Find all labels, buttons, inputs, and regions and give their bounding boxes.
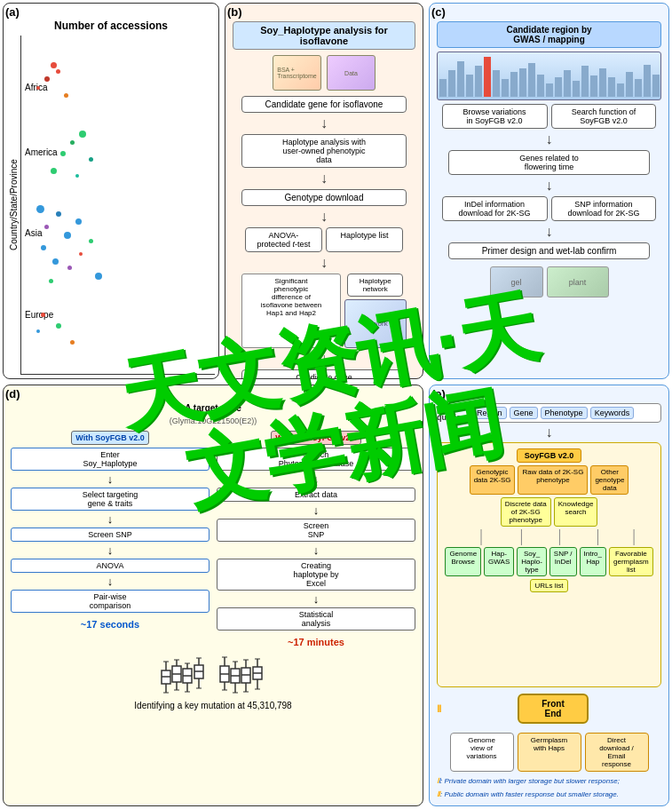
node-other-genotype: Othergenotypedata bbox=[590, 465, 629, 495]
svg-rect-15 bbox=[573, 81, 580, 97]
svg-rect-19 bbox=[608, 77, 615, 97]
arrow4: ↓ bbox=[320, 256, 328, 270]
d-arrow5: ↓ bbox=[313, 473, 320, 485]
node-favorable: Favorablegermplasmlist bbox=[609, 547, 653, 576]
panel-c-label: (c) bbox=[431, 5, 446, 19]
user-queries-label: Userqueries bbox=[437, 404, 465, 422]
d-arrow7: ↓ bbox=[313, 544, 320, 556]
svg-rect-8 bbox=[510, 72, 518, 97]
region-america: America bbox=[25, 147, 58, 157]
node-snp-indel: SNP /InDel bbox=[549, 547, 577, 576]
soyfgb-label: SoyFGB v2.0 bbox=[517, 448, 582, 463]
chart-area: Country/State/Province Africa America As… bbox=[7, 36, 215, 375]
candidate-transmission-box: Candidate genetransmission/media bbox=[241, 369, 406, 379]
dot bbox=[44, 225, 49, 229]
y-axis-label: Country/State/Province bbox=[7, 36, 20, 375]
query-gene: Gene bbox=[510, 407, 538, 419]
svg-rect-21 bbox=[626, 72, 633, 97]
svg-rect-13 bbox=[555, 77, 562, 97]
d-enter-box: EnterSoy_Haplotype bbox=[11, 448, 210, 471]
panel-d-subtitle: (Glyma.10G221500(E2)) bbox=[11, 416, 415, 425]
node-soy-haplotype: Soy_Haplo-type bbox=[517, 547, 547, 576]
dot bbox=[64, 232, 71, 239]
node-intro-hap: Intro_Hap bbox=[580, 547, 606, 576]
svg-rect-5 bbox=[484, 57, 491, 97]
without-soyfgb-label: Without SoyFGB v2.0 bbox=[271, 431, 360, 445]
dot bbox=[70, 140, 75, 145]
roman-II-label: Ⅱ bbox=[437, 703, 441, 715]
arrow-c3: ↓ bbox=[546, 225, 553, 239]
haplotype-list-box: Haplotype list bbox=[326, 227, 403, 252]
svg-rect-3 bbox=[466, 75, 473, 97]
svg-rect-18 bbox=[599, 68, 606, 97]
panel-d: (d) A target gene (Glyma.10G221500(E2)) … bbox=[3, 385, 423, 806]
panel-d-title: A target gene bbox=[11, 403, 415, 413]
d-screen-snp-box: Screen SNP bbox=[11, 527, 210, 542]
dot bbox=[36, 329, 40, 333]
d-pairwise-box: Pair-wisecomparison bbox=[11, 590, 210, 613]
svg-rect-24 bbox=[652, 75, 660, 97]
panel-e: (e) Userqueries Region Gene Phenotype Ke… bbox=[429, 385, 669, 806]
with-soyfgb-label: With SoyFGB v2.0 bbox=[71, 431, 148, 445]
dot bbox=[44, 76, 50, 82]
svg-rect-2 bbox=[457, 61, 464, 97]
svg-rect-4 bbox=[475, 66, 482, 97]
e-arrow1: ↓ bbox=[437, 425, 661, 440]
dot bbox=[41, 245, 46, 250]
arrow-c1: ↓ bbox=[546, 132, 553, 147]
dot bbox=[56, 211, 61, 217]
box-plot-row bbox=[11, 653, 415, 697]
haplotype-analysis-box: Haplotype analysis withuser-owned phenot… bbox=[241, 134, 406, 168]
svg-rect-17 bbox=[590, 75, 597, 97]
d-extract-box: Extract data bbox=[217, 488, 415, 502]
bottom-nodes: GenomeBrowse Hap-GWAS Soy_Haplo-type SNP… bbox=[443, 547, 655, 592]
panel-c-title: Candidate region byGWAS / mapping bbox=[437, 21, 661, 48]
arrow1: ↓ bbox=[320, 116, 328, 131]
scatter-plot: Africa America Asia Europe bbox=[20, 36, 215, 375]
svg-rect-11 bbox=[537, 75, 544, 97]
network-area: SoyFGB v2.0 Genotypicdata 2K-SG Raw data… bbox=[437, 442, 661, 687]
primer-design-box: Primer design and wet-lab confirm bbox=[448, 242, 651, 259]
d-arrow6: ↓ bbox=[313, 504, 320, 516]
note-I: ⅠⅠ: Private domain with larger storage b… bbox=[437, 777, 661, 785]
d-select-box: Select targetinggene & traits bbox=[11, 488, 210, 511]
region-europe: Europe bbox=[25, 310, 53, 320]
query-keywords: Keywords bbox=[590, 407, 635, 419]
panel-b-title: Soy_Haplotype analysis for isoflavone bbox=[233, 21, 415, 50]
d-arrow4: ↓ bbox=[107, 575, 114, 587]
dot bbox=[49, 279, 53, 283]
indel-box: InDel informationdownload for 2K-SG bbox=[442, 196, 548, 221]
node-discrete: Discrete dataof 2K-SGphenotype bbox=[501, 497, 551, 527]
note-II: Ⅱ: Public domain with faster response bu… bbox=[437, 790, 661, 798]
dot bbox=[64, 93, 68, 98]
d-time-red: ~17 minutes bbox=[288, 637, 344, 647]
d-anova-box: ANOVA bbox=[11, 559, 210, 573]
sig-box: Significantphenotypicdifference ofisofla… bbox=[241, 274, 340, 348]
d-search-phytozome-box: SearchPhytozome database bbox=[217, 448, 415, 471]
node-urls: URLs list bbox=[530, 579, 567, 592]
chart-title: Number of accessions bbox=[54, 20, 168, 32]
dot bbox=[75, 174, 79, 178]
dot bbox=[51, 168, 57, 174]
candidate-gene-box: Candidate gene for isoflavone bbox=[241, 96, 406, 113]
region-asia: Asia bbox=[25, 228, 42, 238]
panel-d-bottom: Identifying a key mutation at 45,310,798 bbox=[11, 701, 415, 710]
output-row: Genomeview ofvariations Germplasmwith Ha… bbox=[437, 733, 661, 772]
dot bbox=[67, 266, 72, 270]
dot bbox=[70, 340, 75, 345]
dot bbox=[36, 205, 44, 213]
gel-image: gel bbox=[490, 266, 543, 297]
main-container: (a) Number of accessions Country/State/P… bbox=[0, 0, 672, 809]
svg-rect-14 bbox=[564, 70, 571, 97]
frontend-box: FrontEnd bbox=[518, 694, 589, 724]
browse-variations-box: Browse variationsin SoyFGB v2.0 bbox=[442, 104, 548, 129]
d-statistical-box: Statisticalanalysis bbox=[217, 607, 415, 631]
top-nodes: Genotypicdata 2K-SG Raw data of 2K-SGphe… bbox=[443, 465, 655, 527]
output-download: Directdownload /Emailresponse bbox=[585, 733, 649, 772]
haplotype-network-image: network bbox=[344, 299, 407, 348]
node-genome-browse: GenomeBrowse bbox=[445, 547, 481, 576]
node-hap-gwas: Hap-GWAS bbox=[484, 547, 514, 576]
dot bbox=[51, 62, 57, 68]
d-haplotype-excel-box: Creatinghaplotype byExcel bbox=[217, 559, 415, 591]
dot bbox=[79, 252, 83, 256]
